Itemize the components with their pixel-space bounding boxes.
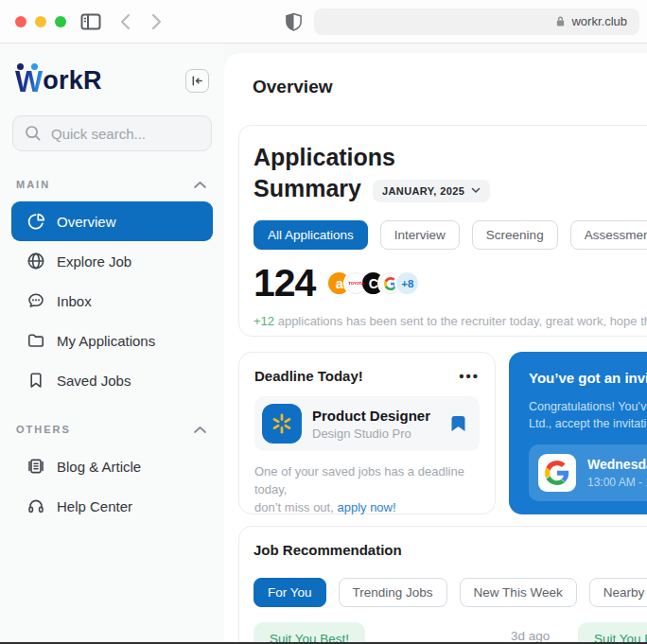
collapse-left-icon xyxy=(191,75,203,87)
suit-you-best-badge: Suit You Best! xyxy=(254,622,365,644)
caption-highlight: +12 xyxy=(254,314,274,328)
filter-screening[interactable]: Screening xyxy=(472,220,558,250)
collapse-sidebar-button[interactable] xyxy=(185,69,209,93)
section-label-main: MAIN xyxy=(16,179,50,190)
sidebar-item-saved-jobs[interactable]: Saved Jobs xyxy=(11,360,213,400)
bookmark-icon xyxy=(26,371,45,390)
sidebar-item-inbox[interactable]: Inbox xyxy=(11,281,213,321)
sidebar-item-help-center[interactable]: Help Center xyxy=(11,486,213,526)
sidebar-item-explore-job[interactable]: Explore Job xyxy=(11,241,213,281)
sidebar-nav-others: Blog & Article Help Center xyxy=(0,446,224,526)
filter-for-you[interactable]: For You xyxy=(254,578,326,607)
address-bar[interactable]: workr.club xyxy=(314,9,639,35)
job-title: Product Designer xyxy=(312,408,440,424)
google-logo-icon xyxy=(538,454,576,492)
filter-all-applications[interactable]: All Applications xyxy=(254,220,368,250)
sidebar: WorkR MAIN Overview xyxy=(0,44,224,644)
chevron-up-icon[interactable] xyxy=(193,426,207,434)
sidebar-item-label: Blog & Article xyxy=(57,459,141,475)
sidebar-item-label: Overview xyxy=(57,214,116,230)
company-avatar-stack: a TOYOTA C +8 xyxy=(326,270,420,296)
sidebar-item-label: Explore Job xyxy=(57,253,131,270)
close-window-button[interactable] xyxy=(15,16,26,27)
sidebar-item-label: Inbox xyxy=(57,293,92,309)
chevron-up-icon[interactable] xyxy=(193,181,207,189)
job-recommendation-title: Job Recommendation xyxy=(254,542,647,558)
bookmark-filled-icon[interactable] xyxy=(450,415,466,432)
more-options-icon[interactable]: ••• xyxy=(459,368,480,384)
applications-summary-card: Applications Summary JANUARY, 2025 All A… xyxy=(238,125,647,337)
deadline-card: Deadline Today! ••• Product Designer Des… xyxy=(238,352,496,514)
window-controls xyxy=(15,16,66,27)
filter-nearby-opportunities[interactable]: Nearby Opportunities xyxy=(589,578,647,607)
avatar-more-count: +8 xyxy=(394,270,420,296)
browser-toolbar: workr.club xyxy=(0,0,647,44)
summary-title-line2: Summary xyxy=(254,173,361,204)
filter-interview[interactable]: Interview xyxy=(380,220,460,250)
chat-bubble-icon xyxy=(26,291,45,310)
filter-new-this-week[interactable]: New This Week xyxy=(460,578,577,607)
sidebar-item-my-applications[interactable]: My Applications xyxy=(11,321,213,360)
privacy-shield-icon[interactable] xyxy=(285,12,303,31)
period-value: JANUARY, 2025 xyxy=(382,185,464,197)
forward-icon[interactable] xyxy=(151,13,162,30)
invitation-body: Congratulations! You’ve got an invitatio… xyxy=(529,398,647,432)
headset-icon xyxy=(26,496,45,515)
total-applications-count: 124 xyxy=(254,261,315,305)
job-filters: For You Trending Jobs New This Week Near… xyxy=(254,578,647,607)
invitation-card: You’ve got an invitation! Congratulation… xyxy=(509,352,647,514)
invitation-title: You’ve got an invitation! xyxy=(529,370,647,386)
search-icon xyxy=(24,124,43,143)
back-icon[interactable] xyxy=(120,13,131,30)
sidebar-item-blog-article[interactable]: Blog & Article xyxy=(11,446,213,486)
job-recommendation-card: Job Recommendation For You Trending Jobs… xyxy=(238,526,647,644)
sidebar-item-label: My Applications xyxy=(57,333,155,349)
suit-you-best-badge: Suit You Best! xyxy=(578,622,647,644)
summary-title-line1: Applications xyxy=(254,142,647,173)
section-label-others: OTHERS xyxy=(16,424,71,435)
sidebar-nav-main: Overview Explore Job Inbox My Applicatio… xyxy=(0,201,224,400)
job-posted-time: 3d ago xyxy=(511,629,550,643)
application-filters: All Applications Interview Screening Ass… xyxy=(254,220,647,250)
url-text: workr.club xyxy=(571,14,627,28)
deadline-job-tile[interactable]: Product Designer Design Studio Pro xyxy=(254,396,480,451)
minimize-window-button[interactable] xyxy=(35,16,46,27)
apply-now-link[interactable]: apply now! xyxy=(337,500,395,514)
deadline-note: One of your saved jobs has a deadline to… xyxy=(254,462,480,516)
globe-icon xyxy=(26,252,45,270)
period-selector[interactable]: JANUARY, 2025 xyxy=(373,180,490,202)
chevron-down-icon xyxy=(471,187,481,194)
article-icon xyxy=(26,457,45,476)
caption-text: applications has been sent to the recrui… xyxy=(274,314,647,328)
filter-trending-jobs[interactable]: Trending Jobs xyxy=(339,578,447,607)
workr-logo: WorkR xyxy=(15,66,102,96)
page-title: Overview xyxy=(253,77,333,97)
deadline-title: Deadline Today! xyxy=(254,368,363,384)
filter-assessment[interactable]: Assessment xyxy=(570,220,647,250)
logo-w-mark: W xyxy=(15,68,43,96)
meeting-time: 13:00 AM - 14:00 xyxy=(587,476,647,489)
walmart-logo-icon xyxy=(262,404,302,444)
sidebar-item-overview[interactable]: Overview xyxy=(11,201,213,241)
job-company: Design Studio Pro xyxy=(312,426,440,441)
summary-caption: +12 applications has been sent to the re… xyxy=(254,314,647,328)
quick-search xyxy=(12,115,212,151)
folder-icon xyxy=(26,331,45,350)
sidebar-item-label: Saved Jobs xyxy=(57,373,131,389)
zoom-window-button[interactable] xyxy=(55,16,66,27)
lock-icon xyxy=(555,15,566,27)
main-panel: Overview Applications Summary JANUARY, 2… xyxy=(224,53,647,644)
browser-sidebar-toggle-icon[interactable] xyxy=(80,13,101,30)
meeting-tile[interactable]: Wednesday, 13:00 AM - 14:00 xyxy=(529,444,647,501)
sidebar-item-label: Help Center xyxy=(57,498,132,514)
pie-chart-icon xyxy=(26,212,45,231)
meeting-day: Wednesday, xyxy=(587,457,647,472)
